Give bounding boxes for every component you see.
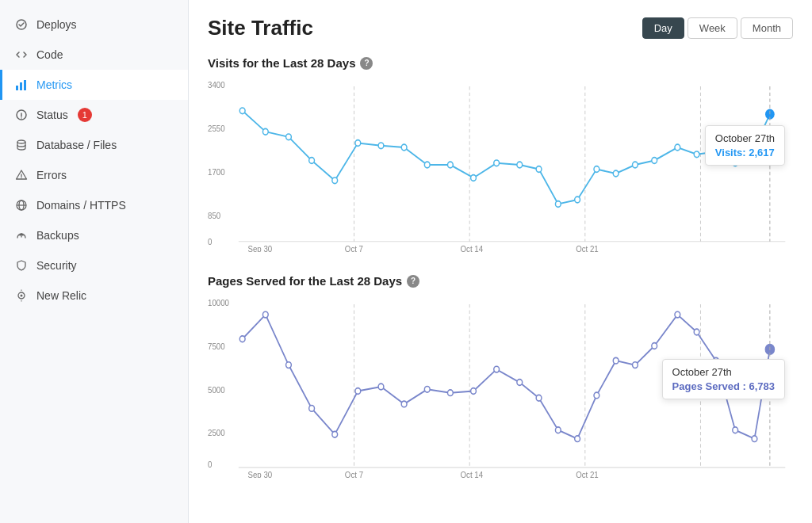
svg-point-37 bbox=[378, 143, 384, 149]
sidebar-label-database: Database / Files bbox=[36, 139, 117, 151]
svg-point-83 bbox=[494, 366, 500, 372]
sidebar-label-newrelic: New Relic bbox=[36, 289, 86, 302]
security-icon bbox=[14, 258, 29, 273]
svg-text:0: 0 bbox=[208, 460, 213, 469]
svg-point-41 bbox=[471, 175, 477, 181]
page-header: Site Traffic Day Week Month bbox=[208, 16, 793, 40]
time-toggle-group: Day Week Month bbox=[642, 17, 793, 39]
svg-point-87 bbox=[575, 436, 580, 442]
sidebar-item-deploys[interactable]: Deploys bbox=[0, 10, 188, 40]
svg-point-47 bbox=[594, 166, 599, 173]
newrelic-icon bbox=[14, 288, 29, 303]
sidebar-label-domains: Domains / HTTPS bbox=[36, 199, 126, 212]
svg-point-7 bbox=[17, 140, 25, 143]
chart1-help-icon[interactable]: ? bbox=[360, 57, 373, 70]
svg-point-78 bbox=[378, 384, 384, 390]
svg-text:Sep 30: Sep 30 bbox=[247, 244, 272, 252]
svg-text:2550: 2550 bbox=[208, 124, 225, 134]
svg-point-89 bbox=[613, 357, 619, 364]
svg-point-84 bbox=[517, 380, 523, 386]
svg-rect-3 bbox=[24, 80, 26, 90]
page-title: Site Traffic bbox=[208, 16, 313, 40]
svg-point-36 bbox=[355, 140, 361, 147]
svg-point-93 bbox=[694, 329, 699, 335]
svg-point-38 bbox=[401, 144, 407, 151]
svg-text:Oct 14: Oct 14 bbox=[461, 244, 484, 252]
toggle-day[interactable]: Day bbox=[642, 17, 684, 39]
database-icon bbox=[14, 138, 29, 152]
svg-point-46 bbox=[575, 197, 580, 203]
sidebar-item-metrics[interactable]: Metrics bbox=[0, 70, 188, 100]
svg-point-92 bbox=[675, 311, 680, 318]
svg-point-40 bbox=[447, 162, 453, 168]
svg-text:1700: 1700 bbox=[208, 168, 225, 178]
svg-point-79 bbox=[401, 401, 407, 407]
svg-text:7500: 7500 bbox=[208, 342, 225, 351]
toggle-month[interactable]: Month bbox=[741, 17, 793, 39]
sidebar-item-security[interactable]: Security bbox=[0, 250, 188, 281]
svg-text:Oct 7: Oct 7 bbox=[345, 244, 363, 252]
svg-point-86 bbox=[555, 427, 561, 433]
svg-point-96 bbox=[752, 436, 757, 442]
svg-point-48 bbox=[613, 170, 619, 177]
svg-point-73 bbox=[262, 311, 268, 318]
svg-point-9 bbox=[21, 178, 21, 178]
sidebar-label-code: Code bbox=[36, 48, 63, 61]
code-icon bbox=[14, 48, 29, 62]
chart1-title: Visits for the Last 28 Days ? bbox=[208, 56, 793, 70]
sidebar: Deploys Code Metrics Status 1 Database /… bbox=[0, 0, 189, 523]
sidebar-item-domains[interactable]: Domains / HTTPS bbox=[0, 190, 188, 220]
sidebar-item-database[interactable]: Database / Files bbox=[0, 130, 188, 160]
svg-text:10000: 10000 bbox=[208, 299, 229, 308]
svg-point-42 bbox=[494, 160, 500, 166]
svg-text:Sep 30: Sep 30 bbox=[247, 470, 272, 478]
sidebar-item-code[interactable]: Code bbox=[0, 40, 188, 70]
svg-text:850: 850 bbox=[208, 212, 220, 221]
toggle-week[interactable]: Week bbox=[688, 17, 737, 39]
svg-text:Oct 21: Oct 21 bbox=[576, 470, 599, 478]
svg-point-33 bbox=[286, 134, 292, 140]
svg-point-34 bbox=[309, 158, 315, 164]
svg-point-50 bbox=[652, 158, 657, 164]
svg-point-80 bbox=[424, 386, 430, 392]
chart2-svg: 10000 7500 5000 2500 0 Sep 30 Oct 7 Oct … bbox=[208, 296, 793, 478]
sidebar-label-status: Status bbox=[36, 109, 68, 121]
svg-point-52 bbox=[694, 151, 699, 158]
domains-icon bbox=[14, 198, 29, 212]
svg-text:2500: 2500 bbox=[208, 429, 225, 438]
svg-point-72 bbox=[239, 336, 245, 342]
sidebar-label-metrics: Metrics bbox=[36, 78, 72, 91]
sidebar-item-status[interactable]: Status 1 bbox=[0, 100, 188, 130]
svg-point-91 bbox=[652, 343, 657, 349]
svg-point-95 bbox=[733, 427, 738, 433]
svg-point-54 bbox=[733, 160, 738, 166]
chart1-svg: 3400 2550 1700 850 0 Sep 30 Oct 7 Oct 14… bbox=[208, 78, 793, 252]
svg-point-75 bbox=[309, 406, 315, 412]
svg-point-6 bbox=[21, 117, 22, 119]
svg-rect-2 bbox=[20, 82, 22, 90]
svg-point-49 bbox=[633, 162, 638, 168]
svg-point-74 bbox=[286, 362, 292, 368]
svg-point-44 bbox=[536, 166, 542, 173]
chart2-help-icon[interactable]: ? bbox=[407, 275, 419, 288]
svg-point-53 bbox=[713, 149, 718, 155]
sidebar-label-backups: Backups bbox=[36, 229, 79, 242]
main-content: Site Traffic Day Week Month Visits for t… bbox=[189, 0, 812, 523]
svg-text:5000: 5000 bbox=[208, 385, 225, 395]
sidebar-label-errors: Errors bbox=[36, 169, 67, 181]
svg-text:3400: 3400 bbox=[208, 81, 225, 90]
svg-text:Oct 14: Oct 14 bbox=[461, 470, 484, 478]
svg-point-55 bbox=[752, 144, 757, 151]
svg-point-77 bbox=[355, 388, 361, 395]
backups-icon bbox=[14, 228, 29, 242]
svg-point-32 bbox=[262, 128, 268, 135]
chart1-container: 3400 2550 1700 850 0 Sep 30 Oct 7 Oct 14… bbox=[208, 78, 793, 252]
sidebar-item-errors[interactable]: Errors bbox=[0, 160, 188, 190]
status-badge: 1 bbox=[78, 108, 92, 122]
svg-point-39 bbox=[424, 162, 430, 168]
svg-point-81 bbox=[447, 390, 453, 396]
svg-point-43 bbox=[517, 162, 523, 168]
sidebar-item-backups[interactable]: Backups bbox=[0, 220, 188, 250]
sidebar-item-newrelic[interactable]: New Relic bbox=[0, 281, 188, 311]
svg-point-94 bbox=[713, 357, 718, 364]
